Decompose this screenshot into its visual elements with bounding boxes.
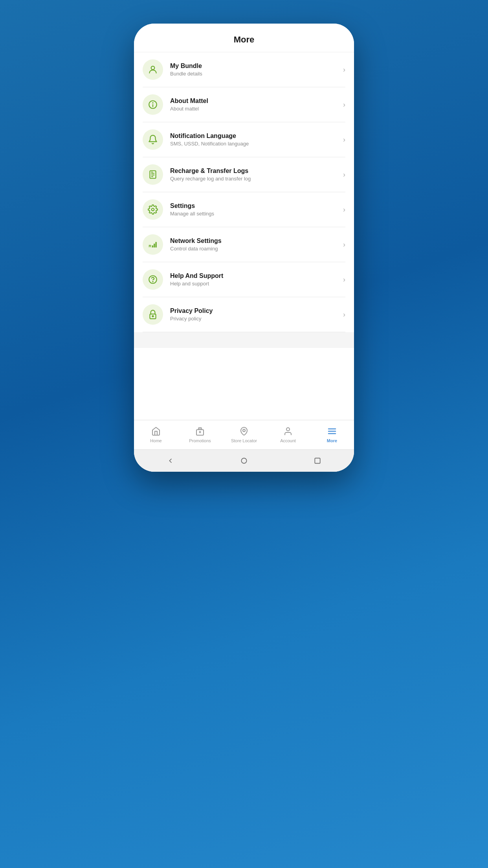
nav-label-more: More: [327, 438, 337, 443]
nav-label-account: Account: [280, 438, 296, 443]
svg-point-22: [286, 428, 290, 431]
menu-icon-wrap-my-bundle: [143, 59, 163, 80]
menu-item-settings[interactable]: Settings Manage all settings ›: [134, 192, 354, 227]
svg-point-21: [243, 429, 245, 432]
svg-rect-11: [152, 245, 153, 247]
nav-label-promotions: Promotions: [189, 438, 211, 443]
chevron-icon-recharge-transfer-logs: ›: [343, 171, 345, 179]
menu-item-notification-language[interactable]: Notification Language SMS, USSD, Notific…: [134, 122, 354, 157]
nav-item-more[interactable]: More: [310, 424, 354, 445]
menu-item-subtitle-help-support: Help and support: [170, 281, 340, 287]
menu-item-about-mattel[interactable]: About Mattel About mattel ›: [134, 87, 354, 122]
svg-point-17: [152, 316, 153, 317]
menu-text-privacy-policy: Privacy Policy Privacy policy: [170, 307, 340, 322]
menu-item-network-settings[interactable]: R Network Settings Control data roaming …: [134, 227, 354, 262]
android-recents-button[interactable]: [312, 455, 323, 466]
bottom-navigation: Home Promotions: [134, 420, 354, 449]
menu-icon-wrap-network-settings: R: [143, 234, 163, 255]
chevron-icon-help-support: ›: [343, 276, 345, 284]
svg-point-9: [152, 208, 154, 211]
page-header: More: [134, 24, 354, 52]
menu-item-subtitle-my-bundle: Bundle details: [170, 71, 340, 77]
nav-label-home: Home: [150, 438, 161, 443]
chevron-icon-network-settings: ›: [343, 241, 345, 249]
nav-item-promotions[interactable]: Promotions: [178, 424, 222, 445]
menu-item-subtitle-recharge-transfer-logs: Query recharge log and transfer log: [170, 176, 340, 182]
menu-item-subtitle-privacy-policy: Privacy policy: [170, 316, 340, 322]
info-icon: [148, 99, 158, 110]
nav-item-store-locator[interactable]: Store Locator: [222, 424, 266, 445]
menu-item-title-help-support: Help And Support: [170, 272, 340, 280]
menu-item-subtitle-settings: Manage all settings: [170, 211, 340, 217]
menu-text-my-bundle: My Bundle Bundle details: [170, 63, 340, 77]
menu-icon-wrap-settings: [143, 199, 163, 220]
menu-item-privacy-policy[interactable]: Privacy Policy Privacy policy ›: [134, 297, 354, 332]
menu-item-title-my-bundle: My Bundle: [170, 63, 340, 70]
menu-item-subtitle-network-settings: Control data roaming: [170, 246, 340, 252]
android-home-button[interactable]: [238, 455, 250, 466]
svg-rect-27: [315, 458, 320, 463]
menu-text-network-settings: Network Settings Control data roaming: [170, 237, 340, 252]
screen: More My Bundle Bundle details ›: [134, 24, 354, 472]
more-icon: [327, 426, 338, 437]
menu-item-title-privacy-policy: Privacy Policy: [170, 307, 340, 314]
svg-text:R: R: [149, 244, 151, 248]
android-navigation-bar: [134, 449, 354, 472]
nav-item-home[interactable]: Home: [134, 424, 178, 445]
menu-item-subtitle-notification-language: SMS, USSD, Notification language: [170, 141, 340, 147]
dollar-icon: $: [148, 169, 158, 180]
question-icon: [148, 274, 158, 285]
phone-frame: More My Bundle Bundle details ›: [134, 24, 354, 472]
menu-item-title-recharge-transfer-logs: Recharge & Transfer Logs: [170, 167, 340, 175]
svg-rect-12: [154, 244, 155, 248]
menu-text-notification-language: Notification Language SMS, USSD, Notific…: [170, 132, 340, 147]
menu-icon-wrap-notification-language: [143, 129, 163, 150]
menu-item-help-support[interactable]: Help And Support Help and support ›: [134, 262, 354, 297]
menu-text-about-mattel: About Mattel About mattel: [170, 97, 340, 112]
nav-label-store-locator: Store Locator: [231, 438, 257, 443]
spacer: [134, 332, 354, 348]
menu-list: My Bundle Bundle details › About Mattel: [134, 52, 354, 420]
menu-icon-wrap-privacy-policy: [143, 304, 163, 325]
gear-icon: [148, 204, 158, 215]
promotions-icon: [194, 426, 205, 437]
android-back-button[interactable]: [165, 455, 176, 466]
chevron-icon-privacy-policy: ›: [343, 311, 345, 319]
nav-item-account[interactable]: Account: [266, 424, 310, 445]
menu-icon-wrap-help-support: [143, 269, 163, 290]
menu-item-title-notification-language: Notification Language: [170, 132, 340, 140]
menu-item-title-network-settings: Network Settings: [170, 237, 340, 245]
menu-text-recharge-transfer-logs: Recharge & Transfer Logs Query recharge …: [170, 167, 340, 182]
menu-icon-wrap-recharge-transfer-logs: $: [143, 164, 163, 185]
bell-icon: [148, 134, 158, 145]
menu-item-title-settings: Settings: [170, 202, 340, 210]
home-icon: [150, 426, 161, 437]
lock-icon: [148, 309, 158, 320]
menu-item-recharge-transfer-logs[interactable]: $ Recharge & Transfer Logs Query recharg…: [134, 157, 354, 192]
svg-point-0: [151, 66, 155, 70]
menu-item-my-bundle[interactable]: My Bundle Bundle details ›: [134, 52, 354, 87]
svg-rect-13: [156, 242, 157, 248]
menu-text-settings: Settings Manage all settings: [170, 202, 340, 217]
page-title: More: [234, 35, 255, 44]
chevron-icon-notification-language: ›: [343, 136, 345, 144]
account-icon: [283, 426, 294, 437]
chevron-icon-about-mattel: ›: [343, 101, 345, 109]
network-icon: R: [148, 239, 158, 250]
menu-item-subtitle-about-mattel: About mattel: [170, 106, 340, 112]
menu-item-title-about-mattel: About Mattel: [170, 97, 340, 105]
person-icon: [148, 64, 158, 75]
menu-icon-wrap-about-mattel: [143, 94, 163, 115]
chevron-icon-settings: ›: [343, 206, 345, 214]
store-locator-icon: [238, 426, 250, 437]
svg-point-26: [241, 458, 246, 463]
menu-text-help-support: Help And Support Help and support: [170, 272, 340, 287]
chevron-icon-my-bundle: ›: [343, 66, 345, 74]
